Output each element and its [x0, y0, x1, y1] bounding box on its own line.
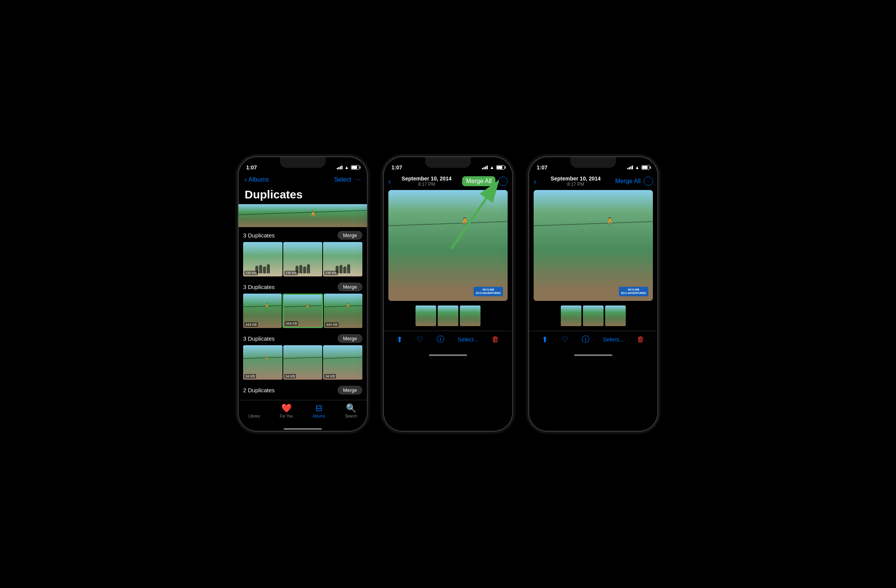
status-time-3: 1:07: [537, 164, 547, 171]
detail-date-2: September 10, 2014: [402, 175, 452, 182]
merge-all-button-2[interactable]: Merge All: [462, 176, 495, 186]
heart-button-2[interactable]: ♡: [416, 335, 423, 344]
home-indicator-1: [284, 428, 322, 430]
merge-all-button-3[interactable]: Merge All: [615, 178, 641, 185]
trash-button-3[interactable]: 🗑: [637, 335, 644, 344]
tab-search[interactable]: 🔍 Search: [345, 403, 357, 418]
chevron-left-icon: ‹: [245, 175, 247, 184]
share-button-2[interactable]: ⬆: [396, 335, 403, 344]
photo-thumb-3a[interactable]: 🧍 34 KB: [243, 345, 282, 380]
status-icons-3: ▲: [627, 165, 650, 170]
info-button-2[interactable]: ⓘ: [437, 334, 444, 344]
photo-thumb-1b[interactable]: 230 KB: [283, 242, 323, 276]
select-button-3[interactable]: Select...: [603, 336, 623, 343]
dup-group-1: 3 Duplicates Merge: [239, 228, 367, 279]
dup-label-2: 3 Duplicates: [243, 284, 275, 290]
dup-label-1: 3 Duplicates: [243, 232, 275, 239]
wifi-icon: ▲: [344, 165, 349, 170]
status-time-2: 1:07: [391, 164, 402, 171]
main-photo-2: 🧍 SKYLINEECO ADVENTURES: [388, 190, 508, 301]
main-photo-3: 🧍 SKYLINEECO ADVENTURES: [534, 190, 653, 301]
photo-thumb-3b[interactable]: 34 KB: [283, 345, 323, 380]
photo-row-2: 🧍 444 KB 🧍 444 KB: [243, 294, 362, 328]
tab-library[interactable]: ⊞ Library: [248, 403, 260, 418]
merge-button-2[interactable]: Merge: [338, 283, 362, 291]
nav-bar-1: ‹ Albums Select ···: [239, 174, 367, 187]
merge-button-4[interactable]: Merge: [338, 386, 362, 395]
back-button-3[interactable]: ‹: [534, 177, 536, 186]
back-button-2[interactable]: ‹: [388, 177, 391, 186]
select-button-2[interactable]: Select...: [458, 336, 478, 343]
thumb-size-2a: 444 KB: [244, 322, 258, 327]
detail-date-3: September 10, 2014: [551, 175, 601, 182]
photo-thumb-1a[interactable]: 230 KB: [243, 242, 282, 276]
signal-icon-2: [482, 166, 488, 169]
mini-thumb-3a[interactable]: [561, 305, 581, 326]
library-icon: ⊞: [251, 403, 258, 413]
top-photo-strip: 🧍: [239, 204, 367, 227]
phone-1: 1:07 ▲ ‹ Alb: [238, 156, 368, 432]
photo-row-3: 🧍 34 KB 34 KB: [243, 345, 362, 380]
share-button-3[interactable]: ⬆: [542, 335, 548, 344]
skyline-logo-3: SKYLINEECO ADVENTURES: [619, 287, 648, 296]
dup-group-4: 2 Duplicates Merge: [239, 383, 367, 400]
thumb-size-3c: 34 KB: [324, 374, 336, 378]
battery-icon-3: [641, 165, 650, 170]
photo-row-1: 230 KB 230 KB: [243, 242, 362, 276]
thumb-strip-3: [529, 301, 657, 331]
skyline-logo-2: SKYLINEECO ADVENTURES: [474, 287, 503, 296]
thumb-size-1b: 230 KB: [284, 271, 298, 275]
tab-for-you-label: For You: [280, 414, 293, 418]
scene: 1:07 ▲ ‹ Alb: [180, 156, 716, 432]
more-button-1[interactable]: ···: [356, 176, 361, 183]
more-button-3[interactable]: ···: [644, 177, 653, 186]
phone-2: 1:07 ▲: [383, 156, 513, 432]
nav-center-3: September 10, 2014 8:17 PM: [551, 175, 601, 187]
thumb-size-1a: 230 KB: [244, 271, 258, 275]
tab-albums[interactable]: ⊟ Albums: [313, 403, 325, 418]
photo-thumb-2c[interactable]: 🧍 444 KB: [324, 294, 362, 328]
photo-thumb-2a[interactable]: 🧍 444 KB: [243, 294, 282, 328]
mini-thumb-2a[interactable]: [416, 305, 436, 326]
battery-icon: [351, 165, 359, 170]
select-button-1[interactable]: Select: [334, 176, 351, 183]
phone2-container: 1:07 ▲: [383, 156, 513, 432]
tab-bar-1: ⊞ Library ❤️ For You ⊟ Albums 🔍 Search: [239, 400, 367, 426]
tab-for-you[interactable]: ❤️ For You: [280, 403, 293, 418]
photo-thumb-1c[interactable]: 230 KB: [323, 242, 362, 276]
signal-icon: [337, 166, 342, 169]
thumb-size-3b: 34 KB: [284, 374, 296, 378]
mini-thumb-3c[interactable]: [605, 305, 626, 326]
albums-icon: ⊟: [315, 403, 322, 413]
more-button-2[interactable]: ···: [498, 177, 508, 186]
wifi-icon-2: ▲: [490, 165, 494, 170]
info-button-3[interactable]: ⓘ: [582, 334, 589, 344]
dup-label-3: 3 Duplicates: [243, 335, 275, 342]
tab-albums-label: Albums: [313, 414, 325, 418]
dup-label-4: 2 Duplicates: [243, 387, 275, 393]
back-button-1[interactable]: ‹ Albums: [245, 175, 269, 184]
notch-3: [570, 157, 616, 168]
mini-thumb-2b[interactable]: [438, 305, 458, 326]
home-indicator-3: [574, 354, 612, 356]
page-title-1: Duplicates: [239, 187, 367, 204]
tab-search-label: Search: [345, 414, 357, 418]
status-icons-1: ▲: [337, 165, 359, 170]
mini-thumb-2c[interactable]: [460, 305, 480, 326]
photo-thumb-3c[interactable]: 34 KB: [323, 345, 362, 380]
detail-time-3: 8:17 PM: [551, 182, 601, 187]
back-label-1: Albums: [248, 176, 269, 183]
action-bar-2: ⬆ ♡ ⓘ Select... 🗑: [384, 331, 512, 352]
trash-button-2[interactable]: 🗑: [492, 335, 499, 344]
thumb-size-2b: 444 KB: [285, 321, 299, 326]
merge-button-1[interactable]: Merge: [338, 231, 362, 240]
mini-thumb-3b[interactable]: [583, 305, 604, 326]
merge-button-3[interactable]: Merge: [338, 334, 362, 343]
for-you-icon: ❤️: [281, 403, 292, 413]
photo-thumb-2b[interactable]: 🧍 444 KB: [282, 294, 323, 328]
notch: [280, 157, 326, 168]
heart-button-3[interactable]: ♡: [562, 335, 568, 344]
strip-photo: 🧍: [239, 204, 367, 227]
dup-group-2: 3 Duplicates Merge 🧍 444 KB: [239, 279, 367, 331]
thumb-size-3a: 34 KB: [244, 374, 256, 378]
